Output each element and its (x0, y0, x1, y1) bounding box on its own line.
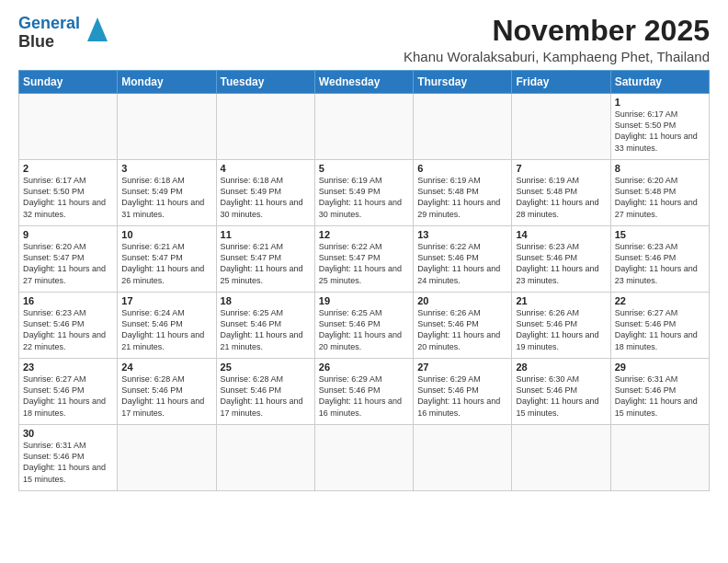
day-info: Sunrise: 6:20 AM Sunset: 5:48 PM Dayligh… (615, 175, 705, 220)
day-info: Sunrise: 6:29 AM Sunset: 5:46 PM Dayligh… (319, 373, 409, 419)
logo-text: General Blue (18, 15, 80, 52)
day-info: Sunrise: 6:30 AM Sunset: 5:46 PM Dayligh… (516, 373, 606, 419)
title-area: November 2025 Khanu Woralaksaburi, Kamph… (404, 15, 710, 64)
day-info: Sunrise: 6:25 AM Sunset: 5:46 PM Dayligh… (319, 307, 409, 352)
day-info: Sunrise: 6:24 AM Sunset: 5:46 PM Dayligh… (121, 307, 211, 352)
day-number: 23 (23, 362, 113, 373)
calendar-cell-4-3: 26Sunrise: 6:29 AM Sunset: 5:46 PM Dayli… (314, 359, 413, 425)
day-number: 13 (417, 229, 507, 240)
calendar-cell-4-2: 25Sunrise: 6:28 AM Sunset: 5:46 PM Dayli… (216, 359, 314, 425)
day-number: 22 (615, 295, 705, 306)
triangle-svg (87, 17, 108, 41)
day-info: Sunrise: 6:19 AM Sunset: 5:49 PM Dayligh… (319, 175, 409, 220)
logo-area: General Blue (18, 15, 108, 52)
calendar-cell-0-0 (19, 94, 118, 160)
calendar-cell-0-5 (512, 94, 610, 160)
calendar-cell-2-6: 15Sunrise: 6:23 AM Sunset: 5:46 PM Dayli… (610, 226, 709, 293)
calendar-cell-4-6: 29Sunrise: 6:31 AM Sunset: 5:46 PM Dayli… (610, 359, 709, 425)
calendar-cell-2-4: 13Sunrise: 6:22 AM Sunset: 5:46 PM Dayli… (414, 226, 512, 293)
calendar-cell-4-0: 23Sunrise: 6:27 AM Sunset: 5:46 PM Dayli… (19, 359, 118, 425)
day-number: 5 (319, 163, 409, 174)
day-number: 7 (516, 163, 606, 174)
calendar-cell-2-0: 9Sunrise: 6:20 AM Sunset: 5:47 PM Daylig… (19, 226, 118, 293)
calendar-cell-1-4: 6Sunrise: 6:19 AM Sunset: 5:48 PM Daylig… (414, 160, 512, 226)
day-number: 15 (615, 229, 705, 240)
logo-row: General Blue (18, 15, 108, 52)
day-number: 24 (121, 362, 211, 373)
calendar-cell-1-2: 4Sunrise: 6:18 AM Sunset: 5:49 PM Daylig… (216, 160, 314, 226)
header-day-wednesday: Wednesday (314, 71, 413, 94)
calendar-week-row-4: 23Sunrise: 6:27 AM Sunset: 5:46 PM Dayli… (19, 359, 710, 425)
day-info: Sunrise: 6:26 AM Sunset: 5:46 PM Dayligh… (516, 307, 606, 352)
calendar-cell-5-4 (414, 425, 512, 491)
calendar-cell-0-3 (314, 94, 413, 160)
day-info: Sunrise: 6:21 AM Sunset: 5:47 PM Dayligh… (221, 241, 311, 286)
calendar-cell-3-6: 22Sunrise: 6:27 AM Sunset: 5:46 PM Dayli… (610, 293, 709, 359)
calendar-cell-0-4 (414, 94, 512, 160)
header-day-monday: Monday (118, 71, 216, 94)
day-number: 9 (23, 229, 113, 240)
header-day-sunday: Sunday (19, 71, 118, 94)
day-info: Sunrise: 6:20 AM Sunset: 5:47 PM Dayligh… (23, 241, 113, 286)
day-info: Sunrise: 6:31 AM Sunset: 5:46 PM Dayligh… (23, 440, 113, 485)
day-number: 8 (615, 163, 705, 174)
day-number: 20 (417, 295, 507, 306)
day-number: 26 (319, 362, 409, 373)
day-info: Sunrise: 6:23 AM Sunset: 5:46 PM Dayligh… (23, 307, 113, 352)
day-number: 21 (516, 295, 606, 306)
calendar-cell-5-1 (118, 425, 216, 491)
day-info: Sunrise: 6:28 AM Sunset: 5:46 PM Dayligh… (121, 373, 211, 419)
day-number: 11 (221, 229, 311, 240)
day-number: 14 (516, 229, 606, 240)
day-info: Sunrise: 6:21 AM Sunset: 5:47 PM Dayligh… (121, 241, 211, 286)
header: General Blue November 2025 Khanu Woralak… (18, 15, 710, 64)
calendar-cell-1-1: 3Sunrise: 6:18 AM Sunset: 5:49 PM Daylig… (118, 160, 216, 226)
logo-blue: Blue (18, 32, 54, 51)
day-info: Sunrise: 6:29 AM Sunset: 5:46 PM Dayligh… (417, 373, 507, 419)
day-number: 2 (23, 163, 113, 174)
day-info: Sunrise: 6:25 AM Sunset: 5:46 PM Dayligh… (221, 307, 311, 352)
calendar-cell-5-2 (216, 425, 314, 491)
calendar-table: SundayMondayTuesdayWednesdayThursdayFrid… (18, 70, 710, 491)
calendar-cell-1-3: 5Sunrise: 6:19 AM Sunset: 5:49 PM Daylig… (314, 160, 413, 226)
calendar-cell-3-4: 20Sunrise: 6:26 AM Sunset: 5:46 PM Dayli… (414, 293, 512, 359)
calendar-cell-0-2 (216, 94, 314, 160)
day-info: Sunrise: 6:17 AM Sunset: 5:50 PM Dayligh… (615, 109, 705, 154)
day-number: 30 (23, 428, 113, 439)
day-info: Sunrise: 6:27 AM Sunset: 5:46 PM Dayligh… (615, 307, 705, 352)
calendar-cell-3-3: 19Sunrise: 6:25 AM Sunset: 5:46 PM Dayli… (314, 293, 413, 359)
day-info: Sunrise: 6:19 AM Sunset: 5:48 PM Dayligh… (516, 175, 606, 220)
calendar-body: 1Sunrise: 6:17 AM Sunset: 5:50 PM Daylig… (19, 94, 710, 491)
calendar-week-row-2: 9Sunrise: 6:20 AM Sunset: 5:47 PM Daylig… (19, 226, 710, 293)
logo-triangle-icon (87, 17, 108, 45)
page: General Blue November 2025 Khanu Woralak… (0, 0, 728, 563)
day-number: 28 (516, 362, 606, 373)
day-info: Sunrise: 6:28 AM Sunset: 5:46 PM Dayligh… (221, 373, 311, 419)
calendar-cell-1-5: 7Sunrise: 6:19 AM Sunset: 5:48 PM Daylig… (512, 160, 610, 226)
calendar-cell-2-3: 12Sunrise: 6:22 AM Sunset: 5:47 PM Dayli… (314, 226, 413, 293)
day-info: Sunrise: 6:19 AM Sunset: 5:48 PM Dayligh… (417, 175, 507, 220)
calendar-cell-1-6: 8Sunrise: 6:20 AM Sunset: 5:48 PM Daylig… (610, 160, 709, 226)
header-day-thursday: Thursday (414, 71, 512, 94)
day-info: Sunrise: 6:23 AM Sunset: 5:46 PM Dayligh… (516, 241, 606, 286)
header-day-friday: Friday (512, 71, 610, 94)
day-number: 25 (221, 362, 311, 373)
day-number: 17 (121, 295, 211, 306)
day-info: Sunrise: 6:31 AM Sunset: 5:46 PM Dayligh… (615, 373, 705, 419)
day-number: 27 (417, 362, 507, 373)
calendar-cell-5-5 (512, 425, 610, 491)
day-number: 6 (417, 163, 507, 174)
calendar-week-row-0: 1Sunrise: 6:17 AM Sunset: 5:50 PM Daylig… (19, 94, 710, 160)
day-number: 29 (615, 362, 705, 373)
calendar-cell-4-1: 24Sunrise: 6:28 AM Sunset: 5:46 PM Dayli… (118, 359, 216, 425)
svg-marker-0 (87, 17, 108, 41)
day-info: Sunrise: 6:27 AM Sunset: 5:46 PM Dayligh… (23, 373, 113, 419)
day-number: 10 (121, 229, 211, 240)
day-number: 3 (121, 163, 211, 174)
calendar-cell-3-1: 17Sunrise: 6:24 AM Sunset: 5:46 PM Dayli… (118, 293, 216, 359)
header-day-saturday: Saturday (610, 71, 709, 94)
day-number: 16 (23, 295, 113, 306)
day-info: Sunrise: 6:23 AM Sunset: 5:46 PM Dayligh… (615, 241, 705, 286)
calendar-header-row: SundayMondayTuesdayWednesdayThursdayFrid… (19, 71, 710, 94)
day-info: Sunrise: 6:18 AM Sunset: 5:49 PM Dayligh… (221, 175, 311, 220)
